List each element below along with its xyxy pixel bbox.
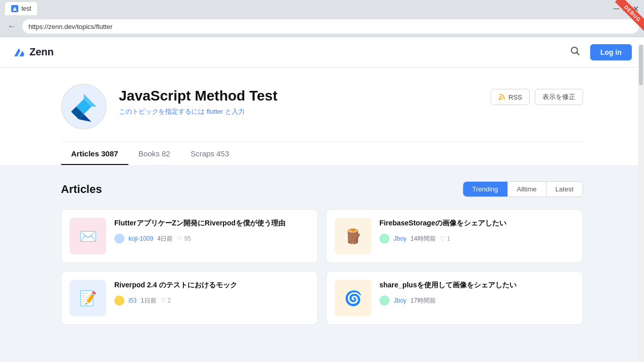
author-name: i53: [128, 297, 137, 304]
author-avatar: [379, 295, 390, 306]
article-time: 4日前: [157, 235, 173, 243]
tabs-bar: Articles 3087 Books 82 Scraps 453: [61, 142, 583, 165]
filter-trending[interactable]: Trending: [463, 182, 508, 196]
article-meta: i53 1日前 ♡ 2: [114, 295, 309, 306]
logo-text: Zenn: [29, 46, 54, 58]
article-body: share_plusを使用して画像をシェアしたい Jboy 17時間前: [379, 280, 574, 306]
site-nav: Zenn Log in: [0, 37, 644, 68]
address-bar-row: ←: [0, 17, 644, 37]
article-title: share_plusを使用して画像をシェアしたい: [379, 280, 574, 290]
rss-button[interactable]: RSS: [491, 89, 530, 105]
section-header: Articles Trending Alltime Latest: [61, 181, 583, 197]
tab-favicon: [11, 5, 18, 12]
page-content: Zenn Log in: [0, 37, 644, 362]
filter-alltime[interactable]: Alltime: [508, 182, 546, 196]
search-icon: [570, 46, 580, 56]
article-card[interactable]: 🌀 share_plusを使用して画像をシェアしたい Jboy 17時間前: [326, 271, 583, 325]
scrollbar-track[interactable]: [638, 45, 644, 362]
tab-title: test: [21, 5, 31, 12]
article-card[interactable]: 📝 Riverpod 2.4 のテストにおけるモック i53 1日前 ♡ 2: [61, 271, 318, 325]
rss-icon: [498, 93, 505, 101]
tab-scraps[interactable]: Scraps 453: [180, 142, 239, 165]
filter-latest[interactable]: Latest: [546, 182, 583, 196]
topic-header: JavaScript Method Test このトピックを指定するには flu…: [0, 68, 644, 165]
article-body: Riverpod 2.4 のテストにおけるモック i53 1日前 ♡ 2: [114, 280, 309, 306]
article-thumbnail: 📝: [70, 280, 106, 316]
svg-point-7: [499, 98, 501, 100]
articles-grid: ✉️ FlutterアプリケーZン開発にRiverpodを僕が使う理由 koji…: [61, 209, 583, 325]
logo-link[interactable]: Zenn: [12, 45, 54, 59]
hint-suffix: と入力: [225, 108, 245, 115]
topic-logo: [61, 84, 107, 129]
tab-books[interactable]: Books 82: [128, 142, 181, 165]
search-button[interactable]: [568, 44, 582, 60]
tab-articles[interactable]: Articles 3087: [61, 142, 128, 165]
article-meta: Jboy 14時間前 ♡ 1: [379, 234, 574, 244]
author-avatar: [379, 234, 390, 244]
article-thumbnail: 🪵: [335, 218, 371, 254]
tab-books-label: Books 82: [139, 149, 171, 158]
topic-hint: このトピックを指定するには flutter と入力: [119, 107, 478, 116]
article-time: 1日前: [141, 297, 156, 305]
author-name: koji-1009: [128, 235, 153, 242]
article-body: FlutterアプリケーZン開発にRiverpodを僕が使う理由 koji-10…: [114, 218, 309, 244]
like-count: ♡ 2: [160, 297, 171, 304]
debug-label: DEBUG: [615, 0, 644, 31]
article-title: FlutterアプリケーZン開発にRiverpodを僕が使う理由: [114, 218, 309, 228]
article-card[interactable]: 🪵 FirebaseStorageの画像をシェアしたい Jboy 14時間前 ♡…: [326, 209, 583, 263]
scrollbar-thumb[interactable]: [639, 45, 643, 85]
like-count: ♡ 1: [440, 235, 450, 242]
article-body: FirebaseStorageの画像をシェアしたい Jboy 14時間前 ♡ 1: [379, 218, 574, 244]
zenn-logo-icon: [12, 45, 26, 59]
hint-prefix: このトピックを指定するには: [119, 108, 205, 115]
author-name: Jboy: [394, 297, 406, 304]
back-button[interactable]: ←: [5, 20, 18, 33]
topic-meta: JavaScript Method Test このトピックを指定するには flu…: [119, 84, 478, 116]
article-title: FirebaseStorageの画像をシェアしたい: [379, 218, 574, 228]
article-meta: Jboy 17時間前: [379, 295, 574, 306]
nav-right: Log in: [568, 44, 632, 60]
svg-line-2: [577, 53, 579, 55]
author-avatar: [114, 234, 124, 244]
flutter-logo-icon: [69, 91, 99, 122]
login-button[interactable]: Log in: [590, 44, 632, 60]
topic-info: JavaScript Method Test このトピックを指定するには flu…: [61, 84, 583, 129]
article-thumbnail: 🌀: [335, 280, 371, 316]
svg-marker-0: [13, 7, 17, 11]
topic-actions: RSS 表示を修正: [491, 84, 583, 105]
article-time: 14時間前: [410, 235, 435, 243]
browser-tab[interactable]: test: [5, 2, 37, 15]
title-bar: test ─ □ ✕: [0, 0, 644, 17]
article-title: Riverpod 2.4 のテストにおけるモック: [114, 280, 309, 290]
article-card[interactable]: ✉️ FlutterアプリケーZン開発にRiverpodを僕が使う理由 koji…: [61, 209, 318, 263]
like-count: ♡ 95: [177, 235, 191, 242]
rss-label: RSS: [508, 93, 522, 101]
edit-button[interactable]: 表示を修正: [535, 89, 583, 105]
author-avatar: [114, 295, 124, 306]
tab-scraps-label: Scraps 453: [190, 149, 229, 158]
section-title: Articles: [61, 183, 102, 196]
author-name: Jboy: [394, 235, 406, 242]
tab-articles-label: Articles 3087: [71, 149, 118, 158]
hint-keyword: flutter: [207, 108, 223, 115]
article-meta: koji-1009 4日前 ♡ 95: [114, 234, 309, 244]
address-bar-input[interactable]: [22, 19, 639, 34]
article-time: 17時間前: [410, 297, 435, 305]
articles-section: Articles Trending Alltime Latest ✉️ Flut…: [0, 165, 644, 341]
topic-title: JavaScript Method Test: [119, 88, 478, 104]
article-thumbnail: ✉️: [70, 218, 106, 254]
debug-ribbon: DEBUG: [603, 0, 644, 41]
browser-chrome: test ─ □ ✕ ←: [0, 0, 644, 37]
filter-group: Trending Alltime Latest: [463, 181, 583, 197]
